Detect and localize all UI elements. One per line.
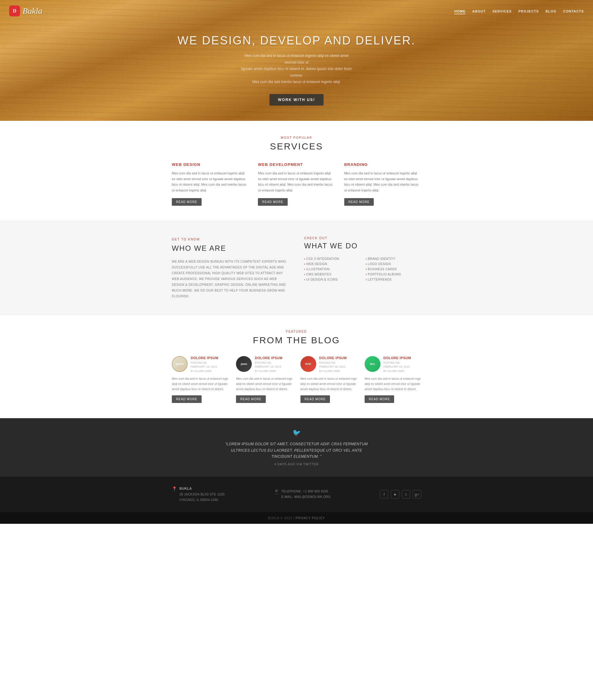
service-branding-btn[interactable]: READ MORE	[344, 198, 374, 206]
blog-post-3-meta: POSTED ON FEBRUARY 18, 2013 BY CLARK OWN	[319, 361, 347, 373]
twitter-time: 4 DAYS AGO VIA TWITTER	[6, 463, 587, 466]
blog-post-4-btn[interactable]: READ MORE	[365, 395, 394, 403]
footer-contact: 📱 TELEPHONE: +1 800 603 6035 E-MAIL: MAI…	[274, 489, 331, 500]
service-web-dev-btn[interactable]: READ MORE	[258, 198, 288, 206]
blog-post-3-title-group: DOLORE IPSUM POSTED ON FEBRUARY 18, 2013…	[319, 356, 347, 373]
blog-post-4-body: Mes cum dia sed in lacus ut enlascet ing…	[365, 376, 421, 392]
phone-icon: 📱	[274, 489, 279, 494]
blog-post-2-meta: POSTED ON FEBRUARY 19, 2013 BY CLARK OWN	[255, 361, 282, 373]
nav-item-contacts[interactable]: CONTACTS	[563, 9, 584, 13]
nav-menu: HOME ABOUT SERVICES PROJECTS BLOG CONTAC…	[454, 9, 584, 13]
footer: 📍 BUKLA 28 JACKSON BLVD STE 1020 CHICAGO…	[0, 477, 593, 512]
services-section: MOST POPULAR SERVICES WEB DESIGN Mes cum…	[0, 121, 593, 221]
list-item: UI DESIGN & ICONS	[304, 277, 360, 282]
blog-post-1-meta: POSTED ON FEBRUARY 19, 2013 BY CLARK OWN	[191, 361, 219, 373]
navbar: D Bukla HOME ABOUT SERVICES PROJECTS BLO…	[0, 0, 593, 22]
list-item: LETTERHEADS	[366, 277, 422, 282]
about-section: GET TO KNOW WHO WE ARE WE ARE A WEB DESI…	[0, 221, 593, 315]
footer-addr-text: BUKLA 28 JACKSON BLVD STE 1020 CHICAGO, …	[180, 486, 225, 503]
logo[interactable]: D Bukla	[9, 5, 42, 16]
list-item: CSS 3 INTEGRATION	[304, 256, 360, 261]
blog-post-4-meta: POSTED ON FEBRUARY 19, 2013 BY CLARK OWN	[384, 361, 411, 373]
blog-post-2-title: DOLORE IPSUM	[255, 356, 282, 360]
about-title: WHO WE ARE	[172, 244, 289, 253]
services-list: CSS 3 INTEGRATION WEB DESIGN ILLUSTRATIO…	[304, 256, 421, 282]
blog-post-2-btn[interactable]: READ MORE	[236, 395, 266, 403]
footer-inner: 📍 BUKLA 28 JACKSON BLVD STE 1020 CHICAGO…	[172, 486, 421, 503]
service-web-dev-title: WEB DEVELOPMENT	[258, 162, 335, 167]
blog-grid: QLINX DOLORE IPSUM POSTED ON FEBRUARY 19…	[172, 356, 421, 403]
blog-post-2-title-group: DOLORE IPSUM POSTED ON FEBRUARY 19, 2013…	[255, 356, 282, 373]
blog-post-1-title-group: DOLORE IPSUM POSTED ON FEBRUARY 19, 2013…	[191, 356, 219, 373]
nav-item-blog[interactable]: BLOG	[546, 9, 556, 13]
hero-section: D Bukla HOME ABOUT SERVICES PROJECTS BLO…	[0, 0, 593, 121]
cta-button[interactable]: WORK WITH US!	[269, 94, 324, 106]
list-item: ILLUSTRATION	[304, 267, 360, 272]
service-web-design-body: Mes cum dia sed in lacus ut enlascet ing…	[172, 171, 249, 193]
blog-post-3: RAP DOLORE IPSUM POSTED ON FEBRUARY 18, …	[301, 356, 357, 403]
whatwedo-title: WHAT WE DO	[304, 242, 421, 250]
blog-post-1-btn[interactable]: READ MORE	[172, 395, 202, 403]
privacy-policy-link[interactable]: PRIVACY POLICY	[295, 516, 325, 520]
about-sub-label: GET TO KNOW	[172, 236, 289, 242]
blog-post-4-header: Bru DOLORE IPSUM POSTED ON FEBRUARY 19, …	[365, 356, 421, 373]
service-web-dev-body: Mes cum dia sed in lacus ut enlascet ing…	[258, 171, 335, 193]
twitter-section: 🐦 "LOREM IPSUM DOLOR SIT AMET, CONSECTET…	[0, 418, 593, 477]
blog-post-3-btn[interactable]: READ MORE	[301, 395, 330, 403]
hero-content: WE DESIGN, DEVELOP AND DELIVER. Mes cum …	[0, 22, 593, 121]
blog-title: FROM THE BLOG	[9, 335, 584, 345]
list-item: LOGO DESIGN	[366, 261, 422, 267]
hero-subtitle: Mes cum dia sed in lacus ut enlascet ing…	[239, 53, 354, 85]
list-item: BUSINESS CARDS	[366, 267, 422, 272]
service-web-design: WEB DESIGN Mes cum dia sed in lacus ut e…	[172, 162, 249, 206]
blog-post-4-thumb: Bru	[365, 356, 381, 372]
services-grid: WEB DESIGN Mes cum dia sed in lacus ut e…	[172, 162, 421, 206]
blog-post-2-header: jemn DOLORE IPSUM POSTED ON FEBRUARY 19,…	[236, 356, 292, 373]
list-item: CMS WEBSITES	[304, 272, 360, 277]
about-body: WE ARE A WEB DESIGN BUREAU WITH ITS COMP…	[172, 259, 289, 299]
blog-post-1-header: QLINX DOLORE IPSUM POSTED ON FEBRUARY 19…	[172, 356, 228, 373]
service-web-design-btn[interactable]: READ MORE	[172, 198, 202, 206]
social-facebook-btn[interactable]: f	[380, 490, 388, 499]
logo-text: Bukla	[23, 6, 42, 16]
blog-post-1-body: Mes cum dia sed in lacus ut enlascet ing…	[172, 376, 228, 392]
list-item: BRAND IDENTITY	[366, 256, 422, 261]
footer-contact-text: TELEPHONE: +1 800 603 6035 E-MAIL: MAIL@…	[281, 489, 331, 500]
list-item: WEB DESIGN	[304, 261, 360, 267]
footer-bottom: BUKLA © 2013 | PRIVACY POLICY	[0, 512, 593, 524]
footer-bottom-text: BUKLA © 2013 | PRIVACY POLICY	[268, 516, 325, 520]
blog-post-3-title: DOLORE IPSUM	[319, 356, 347, 360]
social-rss-btn[interactable]: ★	[391, 490, 399, 499]
nav-item-projects[interactable]: PROJECTS	[518, 9, 539, 13]
service-branding: BRANDING Mes cum dia sed in lacus ut enl…	[344, 162, 421, 206]
blog-post-2-thumb: jemn	[236, 356, 252, 372]
blog-section: FEATURED FROM THE BLOG QLINX DOLORE IPSU…	[0, 315, 593, 418]
blog-header: FEATURED FROM THE BLOG	[9, 330, 584, 345]
blog-post-4-title-group: DOLORE IPSUM POSTED ON FEBRUARY 19, 2013…	[384, 356, 411, 373]
blog-post-1-thumb: QLINX	[172, 356, 188, 372]
service-branding-body: Mes cum dia sed in lacus ut enlascet ing…	[344, 171, 421, 193]
about-left: GET TO KNOW WHO WE ARE WE ARE A WEB DESI…	[172, 236, 289, 299]
hero-title: WE DESIGN, DEVELOP AND DELIVER.	[6, 34, 587, 47]
service-branding-title: BRANDING	[344, 162, 421, 167]
twitter-quote: "LOREM IPSUM DOLOR SIT AMET, CONSECTETUR…	[221, 441, 372, 459]
nav-item-about[interactable]: ABOUT	[472, 9, 486, 13]
blog-post-2: jemn DOLORE IPSUM POSTED ON FEBRUARY 19,…	[236, 356, 292, 403]
service-web-design-title: WEB DESIGN	[172, 162, 249, 167]
twitter-icon: 🐦	[6, 429, 587, 437]
location-icon: 📍	[172, 486, 177, 491]
blog-post-3-body: Mes cum dia sed in lacus ut enlascet ing…	[301, 376, 357, 392]
nav-item-services[interactable]: SERVICES	[492, 9, 512, 13]
blog-post-4: Bru DOLORE IPSUM POSTED ON FEBRUARY 19, …	[365, 356, 421, 403]
blog-post-3-header: RAP DOLORE IPSUM POSTED ON FEBRUARY 18, …	[301, 356, 357, 373]
services-label: MOST POPULAR	[9, 136, 584, 139]
social-twitter-btn[interactable]: t	[402, 490, 410, 499]
services-title: SERVICES	[9, 141, 584, 152]
service-web-dev: WEB DEVELOPMENT Mes cum dia sed in lacus…	[258, 162, 335, 206]
social-googleplus-btn[interactable]: g+	[413, 490, 421, 499]
nav-item-home[interactable]: HOME	[454, 9, 466, 13]
about-right: CHECK OUT WHAT WE DO CSS 3 INTEGRATION W…	[304, 236, 421, 299]
footer-social: f ★ t g+	[380, 490, 421, 499]
blog-post-1: QLINX DOLORE IPSUM POSTED ON FEBRUARY 19…	[172, 356, 228, 403]
blog-post-1-title: DOLORE IPSUM	[191, 356, 219, 360]
